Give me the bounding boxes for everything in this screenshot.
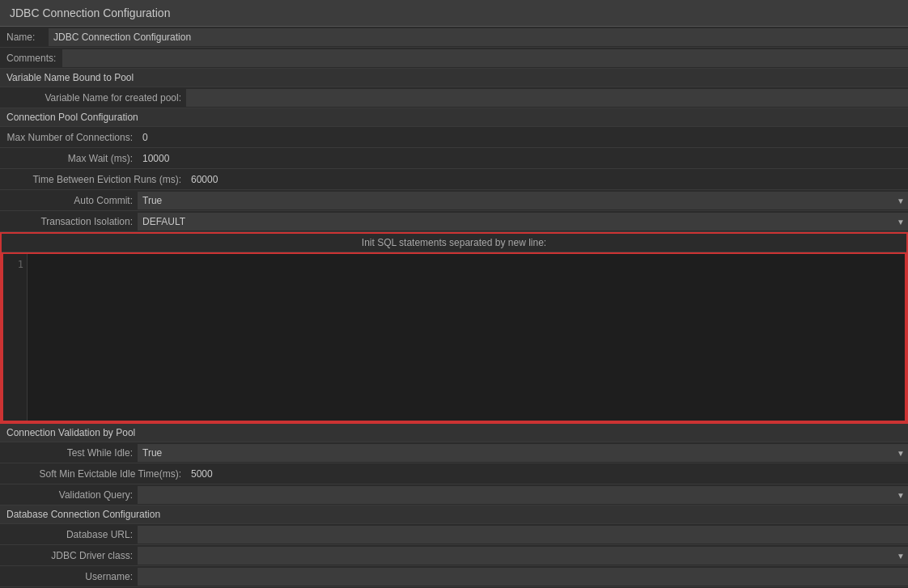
name-label: Name: bbox=[0, 28, 49, 46]
form-container: Name: Comments: Variable Name Bound to P… bbox=[0, 27, 908, 588]
soft-min-row: Soft Min Evictable Idle Time(ms): 5000 bbox=[0, 463, 908, 484]
validation-query-select[interactable] bbox=[138, 486, 908, 504]
section-pool-header: Connection Pool Configuration bbox=[0, 108, 908, 127]
auto-commit-label: Auto Commit: bbox=[0, 192, 138, 209]
variable-name-label: Variable Name for created pool: bbox=[0, 89, 186, 107]
jdbc-driver-label: JDBC Driver class: bbox=[0, 547, 138, 565]
init-sql-editor[interactable] bbox=[28, 254, 905, 421]
jdbc-driver-select[interactable] bbox=[138, 547, 908, 565]
transaction-isolation-select-wrapper: DEFAULT TRANSACTION_NONE TRANSACTION_REA… bbox=[138, 213, 908, 231]
time-between-label: Time Between Eviction Runs (ms): bbox=[0, 171, 186, 188]
jdbc-driver-row: JDBC Driver class: ▼ bbox=[0, 545, 908, 566]
jdbc-driver-select-wrapper: ▼ bbox=[138, 547, 908, 565]
soft-min-label: Soft Min Evictable Idle Time(ms): bbox=[0, 465, 186, 483]
database-url-row: Database URL: bbox=[0, 524, 908, 545]
time-between-value: 60000 bbox=[186, 171, 908, 188]
transaction-isolation-row: Transaction Isolation: DEFAULT TRANSACTI… bbox=[0, 211, 908, 232]
comments-label: Comments: bbox=[0, 49, 62, 67]
username-label: Username: bbox=[0, 568, 138, 586]
max-wait-row: Max Wait (ms): 10000 bbox=[0, 148, 908, 169]
auto-commit-select[interactable]: True False bbox=[138, 192, 908, 209]
validation-query-row: Validation Query: ▼ bbox=[0, 484, 908, 506]
username-row: Username: bbox=[0, 566, 908, 587]
init-sql-wrapper: Init SQL statements separated by new lin… bbox=[0, 232, 908, 424]
max-wait-label: Max Wait (ms): bbox=[0, 150, 138, 167]
validation-query-select-wrapper: ▼ bbox=[138, 486, 908, 504]
line-numbers: 1 bbox=[3, 254, 28, 421]
database-url-label: Database URL: bbox=[0, 526, 138, 544]
time-between-row: Time Between Eviction Runs (ms): 60000 bbox=[0, 169, 908, 190]
transaction-isolation-label: Transaction Isolation: bbox=[0, 213, 138, 231]
section-validation-header: Connection Validation by Pool bbox=[0, 424, 908, 442]
name-input[interactable] bbox=[49, 28, 908, 46]
init-sql-editor-area: 1 bbox=[2, 252, 906, 422]
comments-input[interactable] bbox=[62, 49, 908, 67]
test-while-idle-select[interactable]: True False bbox=[138, 444, 908, 462]
window-title: JDBC Connection Configuration bbox=[0, 0, 908, 27]
auto-commit-select-wrapper: True False ▼ bbox=[138, 192, 908, 209]
test-while-idle-label: Test While Idle: bbox=[0, 444, 138, 462]
comments-row: Comments: bbox=[0, 48, 908, 69]
max-wait-value: 10000 bbox=[138, 150, 908, 167]
variable-name-input[interactable] bbox=[186, 89, 908, 107]
section-db-header: Database Connection Configuration bbox=[0, 506, 908, 524]
name-row: Name: bbox=[0, 27, 908, 48]
max-connections-value: 0 bbox=[138, 129, 908, 146]
transaction-isolation-select[interactable]: DEFAULT TRANSACTION_NONE TRANSACTION_REA… bbox=[138, 213, 908, 231]
max-connections-label: Max Number of Connections: bbox=[0, 129, 138, 146]
validation-query-label: Validation Query: bbox=[0, 486, 138, 504]
soft-min-value: 5000 bbox=[186, 466, 908, 482]
variable-name-row: Variable Name for created pool: bbox=[0, 87, 908, 108]
test-while-idle-row: Test While Idle: True False ▼ bbox=[0, 442, 908, 463]
username-input[interactable] bbox=[138, 568, 908, 586]
auto-commit-row: Auto Commit: True False ▼ bbox=[0, 190, 908, 211]
max-connections-row: Max Number of Connections: 0 bbox=[0, 127, 908, 148]
init-sql-label: Init SQL statements separated by new lin… bbox=[2, 234, 906, 252]
database-url-input[interactable] bbox=[138, 526, 908, 544]
main-window: JDBC Connection Configuration Name: Comm… bbox=[0, 0, 908, 588]
section-variable-header: Variable Name Bound to Pool bbox=[0, 69, 908, 87]
test-while-idle-select-wrapper: True False ▼ bbox=[138, 444, 908, 462]
